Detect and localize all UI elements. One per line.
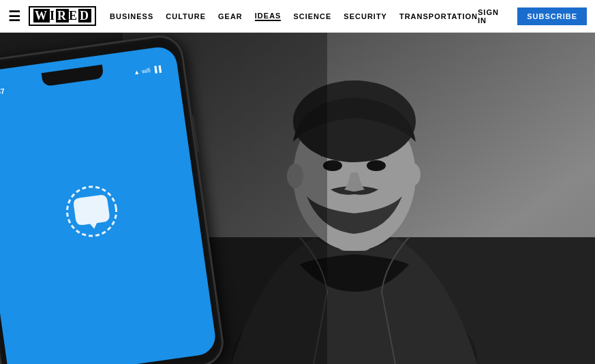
hamburger-menu[interactable]: ☰ <box>8 8 20 25</box>
nav-item-business[interactable]: BUSINESS <box>110 12 153 20</box>
phone-screen: 14:57 ▲ wifi ▐▐ <box>0 45 217 364</box>
main-nav: BUSINESS CULTURE GEAR IDEAS SCIENCE SECU… <box>110 12 478 21</box>
signal-strength-icon: ▲ <box>133 68 140 76</box>
signal-app-icon <box>57 179 127 248</box>
site-logo[interactable]: WIRED <box>29 6 96 26</box>
nav-item-science[interactable]: SCIENCE <box>293 12 331 20</box>
svg-point-8 <box>367 160 386 171</box>
status-icons: ▲ wifi ▐▐ <box>133 65 162 76</box>
nav-item-ideas[interactable]: IDEAS <box>255 12 281 21</box>
svg-point-10 <box>407 164 421 185</box>
nav-item-gear[interactable]: GEAR <box>218 12 243 20</box>
nav-item-security[interactable]: SECURITY <box>344 12 387 20</box>
wired-logo: WIRED <box>29 6 96 26</box>
sign-in-link[interactable]: SIGN IN <box>478 8 509 25</box>
site-header: ☰ WIRED BUSINESS CULTURE GEAR IDEAS SCIE… <box>0 0 595 33</box>
battery-icon: ▐▐ <box>152 65 162 74</box>
header-actions: SIGN IN SUBSCRIBE <box>478 7 587 25</box>
nav-item-culture[interactable]: CULTURE <box>166 12 206 20</box>
nav-item-transportation[interactable]: TRANSPORTATION <box>399 12 478 20</box>
hero-section: 14:57 ▲ wifi ▐▐ <box>0 33 595 364</box>
subscribe-button[interactable]: SUBSCRIBE <box>517 7 587 25</box>
wifi-icon: wifi <box>141 67 151 75</box>
